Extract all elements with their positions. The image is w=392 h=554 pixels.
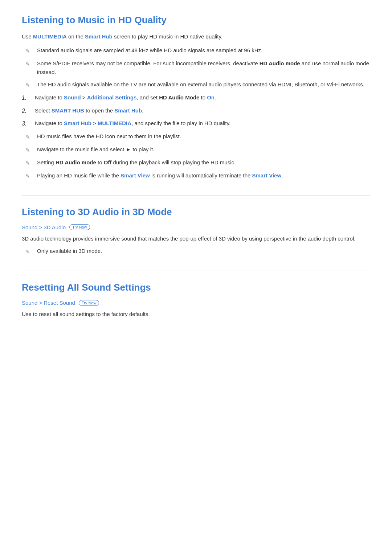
try-now-badge-reset[interactable]: Try Now <box>79 300 99 306</box>
list-item: ✎ Navigate to the music file and select … <box>22 145 370 155</box>
pencil-icon: ✎ <box>25 60 33 69</box>
sound-link: Sound <box>64 94 81 100</box>
divider-2 <box>22 271 370 271</box>
numbered-steps: 1. Navigate to Sound > Additional Settin… <box>22 93 370 128</box>
smart-hub-link3: Smart Hub <box>64 120 91 126</box>
on-link: On <box>207 94 215 100</box>
smart-hub-step-link: SMART HUB <box>52 107 84 114</box>
pencil-icon: ✎ <box>25 133 33 141</box>
breadcrumb-sep: > <box>39 224 42 230</box>
hd-audio-mode-bold: HD Audio Mode <box>159 94 199 100</box>
list-item: ✎ Playing an HD music file while the Sma… <box>22 171 370 181</box>
3d-audio-description: 3D audio technology provides immersive s… <box>22 234 370 243</box>
pencil-icon: ✎ <box>25 146 33 155</box>
pencil-icon: ✎ <box>25 81 33 90</box>
pencil-icon: ✎ <box>25 172 33 181</box>
section-hd-quality: Listening to Music in HD Quality Use MUL… <box>22 15 370 181</box>
bullet-list-3d: ✎ Only available in 3D mode. <box>22 247 370 256</box>
bullet-list-1: ✎ Standard audio signals are sampled at … <box>22 46 370 90</box>
try-now-badge[interactable]: Try Now <box>69 224 90 230</box>
hd-audio-mode-bold2: HD Audio mode <box>56 159 96 165</box>
reset-sound-breadcrumb-link: Reset Sound <box>44 300 75 306</box>
divider-1 <box>22 195 370 196</box>
pencil-icon: ✎ <box>25 247 33 256</box>
bullet-list-2: ✎ HD music files have the HD icon next t… <box>22 132 370 181</box>
list-item: ✎ Some S/PDIF receivers may not be compa… <box>22 59 370 77</box>
3d-audio-breadcrumb-link: 3D Audio <box>44 224 66 230</box>
section-title-3d: Listening to 3D Audio in 3D Mode <box>22 206 370 218</box>
step-3: 3. Navigate to Smart Hub > MULTIMEDIA, a… <box>22 119 370 128</box>
list-item: ✎ The HD audio signals available on the … <box>22 80 370 90</box>
step-2: 2. Select SMART HUB to open the Smart Hu… <box>22 106 370 116</box>
section-reset-sound: Resetting All Sound Settings Sound > Res… <box>22 282 370 319</box>
smart-view-link2: Smart View <box>252 172 282 178</box>
smart-hub-link: Smart Hub <box>85 33 113 40</box>
step-1: 1. Navigate to Sound > Additional Settin… <box>22 93 370 103</box>
sound-breadcrumb-link2: Sound <box>22 300 37 306</box>
list-item: ✎ Setting HD Audio mode to Off during th… <box>22 158 370 168</box>
list-item: ✎ Only available in 3D mode. <box>22 247 370 256</box>
pencil-icon: ✎ <box>25 159 33 168</box>
list-item: ✎ HD music files have the HD icon next t… <box>22 132 370 141</box>
section-title-reset: Resetting All Sound Settings <box>22 282 370 293</box>
sound-breadcrumb-link: Sound <box>22 224 37 230</box>
hd-audio-mode-bold: HD Audio mode <box>260 60 300 66</box>
multimedia-link2: MULTIMEDIA <box>98 120 131 126</box>
list-item: ✎ Standard audio signals are sampled at … <box>22 46 370 56</box>
breadcrumb-3d: Sound > 3D Audio Try Now <box>22 224 370 230</box>
additional-settings-link: Additional Settings <box>87 94 137 100</box>
section-title-hd: Listening to Music in HD Quality <box>22 15 370 26</box>
smart-view-link: Smart View <box>121 172 150 178</box>
smart-hub-link2: Smart Hub <box>114 107 142 114</box>
reset-sound-description: Use to reset all sound settings to the f… <box>22 309 370 319</box>
intro-paragraph: Use MULTIMEDIA on the Smart Hub screen t… <box>22 32 370 41</box>
pencil-icon: ✎ <box>25 47 33 56</box>
section-3d-audio: Listening to 3D Audio in 3D Mode Sound >… <box>22 206 370 257</box>
breadcrumb-reset: Sound > Reset Sound Try Now <box>22 300 370 306</box>
multimedia-link: MULTIMEDIA <box>33 33 67 40</box>
breadcrumb-sep2: > <box>39 300 42 306</box>
off-bold: Off <box>104 159 112 165</box>
